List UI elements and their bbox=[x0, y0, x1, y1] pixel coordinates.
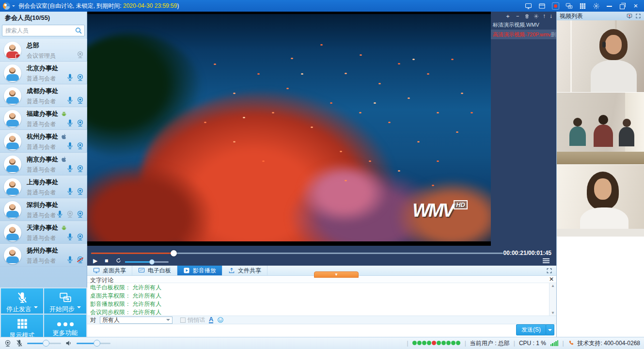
close-button[interactable]: × bbox=[632, 2, 639, 9]
search-input[interactable] bbox=[2, 25, 85, 36]
layout-grid-icon[interactable] bbox=[579, 2, 586, 10]
tab-desktop-share[interactable]: 桌面共享 bbox=[87, 266, 132, 275]
video-thumbnail[interactable] bbox=[557, 20, 644, 93]
webcam-icon[interactable] bbox=[76, 119, 84, 127]
send-options-caret[interactable] bbox=[546, 324, 554, 335]
trash-icon[interactable] bbox=[524, 14, 530, 19]
webcam-gray-icon[interactable] bbox=[66, 210, 74, 218]
move-up-icon[interactable]: ↑ bbox=[543, 14, 546, 19]
add-media-icon[interactable]: ＋ bbox=[505, 14, 511, 19]
webcam-icon[interactable] bbox=[76, 187, 84, 195]
search-icon[interactable] bbox=[75, 27, 82, 34]
tab-file-share[interactable]: 文件共享 bbox=[222, 266, 267, 275]
webcam-icon[interactable] bbox=[76, 50, 84, 59]
stop-button[interactable]: ■ bbox=[105, 257, 108, 264]
tab-whiteboard[interactable]: 电子白板 bbox=[132, 266, 177, 275]
remove-media-icon[interactable]: － bbox=[515, 14, 520, 19]
playlist-item-name: 高清演示视频-720P.wmv bbox=[493, 30, 551, 39]
chat-close-icon[interactable]: ✕ bbox=[549, 276, 554, 283]
screen-share-icon[interactable] bbox=[525, 2, 532, 10]
mic-icon[interactable] bbox=[66, 96, 74, 104]
mic-icon[interactable] bbox=[66, 187, 74, 195]
dropdown-caret-icon[interactable] bbox=[34, 306, 38, 310]
start-sync-button[interactable]: 开始同步 bbox=[44, 288, 86, 314]
webcam-icon[interactable] bbox=[76, 142, 84, 150]
more-features-button[interactable]: 更多功能 bbox=[44, 315, 86, 340]
participant-row[interactable]: 天津办事处 普通与会者 bbox=[0, 221, 87, 244]
whisper-checkbox[interactable] bbox=[180, 317, 186, 323]
participant-row[interactable]: 上海办事处 普通与会者 bbox=[0, 175, 87, 198]
playlist-item[interactable]: 标清演示视频.WMV bbox=[491, 20, 556, 30]
emoji-icon[interactable] bbox=[217, 317, 224, 323]
mic-icon[interactable] bbox=[66, 233, 74, 241]
webcam-icon[interactable] bbox=[76, 233, 84, 241]
seek-handle[interactable] bbox=[171, 250, 177, 256]
restore-button[interactable] bbox=[619, 2, 626, 9]
minimize-button[interactable] bbox=[606, 2, 613, 9]
webcam-icon[interactable] bbox=[76, 164, 84, 173]
stop-speaking-button[interactable]: 停止发言 bbox=[1, 288, 43, 314]
speaker-volume-handle[interactable] bbox=[94, 340, 100, 347]
participant-row[interactable]: 总部 会议管理员 bbox=[0, 39, 87, 62]
delete-link[interactable]: 删除 bbox=[551, 30, 556, 39]
participant-row[interactable]: 北京办事处 普通与会者 bbox=[0, 62, 87, 84]
record-icon[interactable] bbox=[552, 2, 559, 10]
playlist-item-selected[interactable]: 高清演示视频-720P.wmv删除 bbox=[491, 30, 556, 39]
mic-icon[interactable] bbox=[56, 210, 64, 218]
webcam-status-icon[interactable] bbox=[4, 339, 12, 347]
mic-icon[interactable] bbox=[66, 142, 74, 150]
broadcast-monitor-icon[interactable] bbox=[627, 13, 632, 19]
mic-icon[interactable] bbox=[66, 164, 74, 173]
hd-badge: HD bbox=[454, 200, 468, 209]
tab-media-playback[interactable]: 影音播放 bbox=[177, 266, 222, 275]
expand-icon[interactable] bbox=[635, 13, 641, 19]
scroll-up-icon[interactable]: ▲ bbox=[551, 284, 555, 288]
video-thumbnail[interactable] bbox=[557, 165, 644, 237]
mic-volume-handle[interactable] bbox=[43, 340, 49, 347]
settings-gear-icon[interactable] bbox=[593, 2, 600, 10]
send-button[interactable]: 发送(S) bbox=[516, 324, 546, 335]
display-mode-button[interactable]: 显示模式 bbox=[1, 315, 43, 340]
mic-icon[interactable] bbox=[66, 255, 74, 264]
loop-icon[interactable] bbox=[115, 257, 122, 264]
playlist-toggle-icon[interactable] bbox=[543, 258, 550, 263]
mic-icon[interactable] bbox=[66, 119, 74, 127]
logo-dropdown-icon[interactable] bbox=[12, 5, 15, 8]
speaker-volume-slider[interactable] bbox=[77, 343, 110, 344]
app-logo-icon[interactable] bbox=[3, 2, 10, 10]
participant-row[interactable]: 成都办事处 普通与会者 bbox=[0, 84, 87, 107]
window-mode-icon[interactable] bbox=[538, 2, 546, 10]
font-color-icon[interactable]: A bbox=[209, 317, 213, 323]
mic-volume-slider[interactable] bbox=[27, 343, 61, 344]
video-thumbnail[interactable] bbox=[557, 93, 644, 165]
webcam-icon[interactable] bbox=[76, 73, 84, 81]
webcam-icon[interactable] bbox=[76, 96, 84, 104]
participant-row[interactable]: 扬州办事处 普通与会者 bbox=[0, 244, 87, 267]
move-down-icon[interactable]: ↓ bbox=[550, 14, 552, 19]
participant-row[interactable]: 杭州办事处 普通与会者 bbox=[0, 130, 87, 153]
scroll-down-icon[interactable]: ▼ bbox=[551, 311, 555, 315]
mic-muted-icon[interactable] bbox=[16, 339, 23, 347]
play-button[interactable]: ▶ bbox=[93, 257, 97, 264]
chat-scrollbar[interactable]: ▲ ▼ bbox=[549, 283, 556, 316]
webcam-icon[interactable] bbox=[76, 210, 84, 218]
dropdown-caret-icon[interactable] bbox=[77, 306, 81, 310]
fullscreen-icon[interactable] bbox=[546, 268, 552, 274]
participant-row[interactable]: 深圳办事处 普通与会者 bbox=[0, 198, 87, 221]
chat-collapse-handle[interactable]: ▼ bbox=[314, 271, 359, 278]
playlist-settings-icon[interactable] bbox=[534, 14, 539, 19]
sync-screens-icon[interactable] bbox=[565, 2, 573, 10]
whisper-option[interactable]: 悄悄话 bbox=[180, 316, 205, 324]
seek-bar[interactable] bbox=[91, 253, 503, 254]
chat-input[interactable] bbox=[87, 324, 556, 337]
player-volume-slider[interactable] bbox=[125, 261, 169, 263]
participant-row[interactable]: 福建办事处 普通与会者 bbox=[0, 107, 87, 130]
participant-row[interactable]: 南京办事处 普通与会者 bbox=[0, 153, 87, 175]
mic-icon[interactable] bbox=[66, 73, 74, 81]
volume-handle[interactable] bbox=[149, 259, 155, 265]
speaker-icon[interactable] bbox=[65, 339, 73, 347]
video-player-area[interactable]: WMV HD bbox=[87, 12, 491, 246]
participant-name: 深圳办事处 bbox=[27, 201, 58, 209]
webcam-pending-icon[interactable] bbox=[76, 255, 84, 264]
recipient-select[interactable]: 所有人 bbox=[100, 317, 173, 324]
